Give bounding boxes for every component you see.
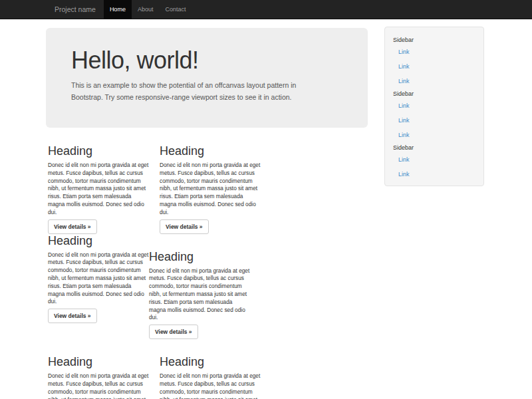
sidebar-group: Sidebar LinkLink — [385, 142, 483, 182]
navbar-brand[interactable]: Project name — [46, 0, 104, 19]
sidebar-group: Sidebar LinkLinkLink — [385, 88, 483, 142]
card-heading: Heading — [160, 355, 261, 368]
sidebar-link[interactable]: Link — [385, 45, 483, 59]
sidebar-link[interactable]: Link — [385, 152, 483, 167]
card-heading: Heading — [149, 250, 250, 263]
card-body-text: Donec id elit non mi porta gravida at eg… — [160, 162, 261, 217]
navbar-item: Home — [104, 0, 132, 19]
navbar-inner: Project name Home About Contact — [46, 0, 486, 19]
card-heading: Heading — [48, 144, 149, 158]
card-body-text: Donec id elit non mi porta gravida at eg… — [48, 162, 149, 217]
content-cards-grid: Heading Donec id elit non mi porta gravi… — [46, 144, 372, 399]
content-card: Heading Donec id elit non mi porta gravi… — [48, 144, 149, 234]
content-card: Heading Donec id elit non mi porta gravi… — [149, 250, 250, 340]
navbar-item: Contact — [159, 0, 192, 19]
view-details-button[interactable]: View details » — [48, 309, 97, 323]
sidebar-group-label: Sidebar — [385, 35, 483, 45]
view-details-button[interactable]: View details » — [149, 325, 198, 339]
content-card: Heading Donec id elit non mi porta gravi… — [48, 234, 149, 340]
content-card: Heading Donec id elit non mi porta gravi… — [160, 144, 261, 234]
sidebar-link[interactable]: Link — [385, 167, 483, 182]
sidebar-link[interactable]: Link — [385, 98, 483, 113]
card-body-text: Donec id elit non mi porta gravida at eg… — [149, 267, 250, 323]
view-details-button[interactable]: View details » — [160, 219, 209, 234]
card-body-text: Donec id elit non mi porta gravida at eg… — [48, 251, 149, 307]
page-title: Hello, world! — [71, 48, 342, 73]
card-heading: Heading — [48, 355, 149, 368]
navbar-link[interactable]: About — [132, 0, 160, 19]
navbar-item: About — [132, 0, 160, 19]
top-navbar: Project name Home About Contact — [0, 0, 532, 19]
sidebar-link[interactable]: Link — [385, 59, 483, 74]
navbar-menu: Home About Contact — [104, 0, 192, 19]
main-column: Hello, world! This is an example to show… — [46, 28, 372, 399]
card-heading: Heading — [48, 234, 149, 247]
card-body-text: Donec id elit non mi porta gravida at eg… — [160, 372, 261, 399]
page-container: Hello, world! This is an example to show… — [46, 28, 486, 399]
sidebar: Sidebar LinkLinkLink Sidebar LinkLinkLin… — [384, 27, 484, 186]
sidebar-group-label: Sidebar — [385, 88, 483, 98]
sidebar-group-label: Sidebar — [385, 142, 483, 152]
jumbotron: Hello, world! This is an example to show… — [46, 28, 368, 128]
navbar-link[interactable]: Home — [104, 0, 132, 19]
content-card: Heading Donec id elit non mi porta gravi… — [48, 355, 149, 399]
jumbotron-description-line: This is an example to show the potential… — [71, 79, 342, 91]
jumbotron-description-line: Bootstrap. Try some responsive-range vie… — [71, 91, 342, 103]
main-row: Hello, world! This is an example to show… — [46, 28, 486, 399]
sidebar-group: Sidebar LinkLinkLink — [385, 35, 483, 88]
sidebar-link[interactable]: Link — [385, 74, 483, 88]
card-body-text: Donec id elit non mi porta gravida at eg… — [48, 372, 149, 399]
navbar-link[interactable]: Contact — [159, 0, 192, 19]
card-heading: Heading — [160, 144, 261, 158]
sidebar-link[interactable]: Link — [385, 128, 483, 142]
jumbotron-description: This is an example to show the potential… — [71, 79, 342, 103]
sidebar-link[interactable]: Link — [385, 113, 483, 128]
view-details-button[interactable]: View details » — [48, 219, 97, 234]
content-card: Heading Donec id elit non mi porta gravi… — [160, 355, 261, 399]
